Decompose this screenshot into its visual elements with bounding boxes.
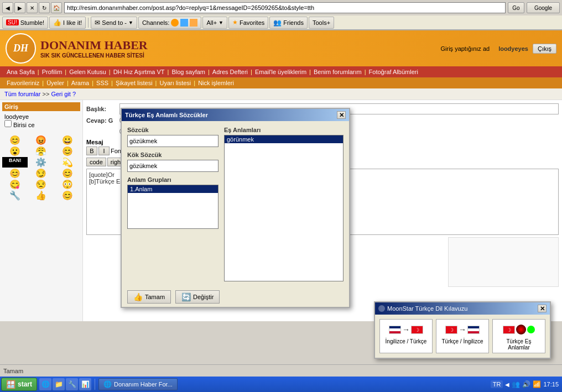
quicklaunch-ie[interactable]: 🌐 xyxy=(39,378,51,390)
es-anlam-listbox[interactable]: görünmek xyxy=(224,135,344,281)
site-login-area: Giriş yaptığınız ad loodyeyes Çıkış xyxy=(440,44,556,54)
tr-en-button[interactable]: ☽ → Türkçe / İngilizce xyxy=(436,319,489,353)
kok-sozcuk-input[interactable] xyxy=(127,160,218,172)
moonstar-body: → ☽ İngilizce / Türkçe ☽ → Türkçe / İngi… xyxy=(375,315,550,358)
favorites-button[interactable]: ★ Favorites xyxy=(228,17,268,29)
sidebar-section-giris: Giriş loodyeye Birisi ce xyxy=(2,102,80,130)
nav2-fav[interactable]: Favorileriniz xyxy=(4,79,41,87)
start-button[interactable]: 🪟 start xyxy=(1,378,37,391)
site-logo: DH DONANIM HABER SIK SIK GÜNCELLENEN HAB… xyxy=(6,33,148,64)
nav-blog[interactable]: Blog sayfam xyxy=(169,67,207,76)
logo-title: DONANIM HABER xyxy=(40,38,148,53)
right-preview-box xyxy=(448,237,559,287)
sendto-button[interactable]: ✉ Send to - ▼ xyxy=(91,17,137,29)
sidebar-giris-title: Giriş xyxy=(2,102,80,111)
logo-icon: DH xyxy=(6,33,36,64)
address-bar[interactable] xyxy=(64,2,506,13)
taskbar-icon-group: 👥 xyxy=(512,380,520,388)
taskbar-icon-volume: 📶 xyxy=(533,380,541,388)
nav-forumlar[interactable]: Benim forumlarım xyxy=(311,67,364,76)
dialog-cancel-button[interactable]: 🔄 Değiştir xyxy=(175,290,220,304)
smiley-9[interactable]: 😊 xyxy=(2,168,28,179)
nav2-nick[interactable]: Nick işlemleri xyxy=(196,79,236,87)
smiley-13[interactable]: 😒 xyxy=(28,179,54,190)
stop-button[interactable]: ✕ xyxy=(27,2,38,13)
login-text: Giriş yaptığınız ad xyxy=(440,45,490,52)
stumble-button[interactable]: SU! Stumble! xyxy=(2,17,48,29)
quicklaunch-3[interactable]: 🔧 xyxy=(66,378,78,390)
quicklaunch-4[interactable]: 📊 xyxy=(79,378,91,390)
channels-button[interactable]: Channels: xyxy=(138,17,202,29)
toolbar-separator-1 xyxy=(88,18,89,28)
smiley-5[interactable]: 😤 xyxy=(28,146,54,156)
tr-en-icon: ☽ → xyxy=(454,322,471,337)
cevap-label: Cevap: G xyxy=(86,117,119,124)
friends-button[interactable]: 👥 Friends xyxy=(269,17,308,29)
format-bold-button[interactable]: B xyxy=(86,147,97,155)
logo-text-block: DONANIM HABER SIK SIK GÜNCELLENEN HABER … xyxy=(40,38,148,59)
secondary-nav: Favorileriniz | Üyeler | Arama | SSS | Ş… xyxy=(0,77,562,88)
all-button[interactable]: All+ ▼ xyxy=(202,17,227,29)
home-button[interactable]: 🏠 xyxy=(51,2,62,13)
taskbar-icon-back: ◀ xyxy=(505,381,509,388)
nav-foto[interactable]: Fotoğraf Albümleri xyxy=(367,67,420,76)
nav2-sss[interactable]: SSS xyxy=(94,79,111,87)
go-button[interactable]: Go xyxy=(508,2,524,13)
site-header: DH DONANIM HABER SIK SIK GÜNCELLENEN HAB… xyxy=(0,30,562,66)
taskbar: 🪟 start 🌐 📁 🔧 📊 🌐 Donanım Haber For... T… xyxy=(0,377,562,392)
tools-button[interactable]: Tools+ xyxy=(309,17,334,29)
anlam-gruplari-listbox[interactable]: 1.Anlam xyxy=(127,185,218,229)
nav-profilim[interactable]: Profilim xyxy=(40,67,65,76)
smiley-11[interactable]: 😊 xyxy=(55,168,80,179)
nav-email[interactable]: Email'le üyeliklerim xyxy=(253,67,309,76)
moonstar-close-button[interactable]: ✕ xyxy=(538,305,547,312)
smiley-15[interactable]: 🔧 xyxy=(2,190,28,201)
breadcrumb-forums[interactable]: Tüm forumlar xyxy=(4,91,40,97)
forward-button[interactable]: ▶ xyxy=(14,2,25,13)
format-italic-button[interactable]: I xyxy=(98,147,110,155)
quicklaunch-explorer[interactable]: 📁 xyxy=(53,378,65,390)
nav-gelen[interactable]: Gelen Kutusu xyxy=(67,67,108,76)
checkbox-birisi[interactable] xyxy=(4,120,12,127)
logo-initials: DH xyxy=(13,43,28,54)
nav2-uyeler[interactable]: Üyeler xyxy=(44,79,66,87)
en-tr-button[interactable]: → ☽ İngilizce / Türkçe xyxy=(379,319,433,353)
tr-synonym-button[interactable]: ☽ Türkçe Eş Anlamlar xyxy=(492,319,545,353)
smiley-2[interactable]: 😡 xyxy=(28,135,54,145)
smiley-6[interactable]: 😊 xyxy=(55,146,80,156)
search-button[interactable]: Google xyxy=(527,2,560,13)
nav-adres[interactable]: Adres Defteri xyxy=(210,67,250,76)
smiley-14[interactable]: 😳 xyxy=(55,179,80,190)
smiley-8[interactable]: 💫 xyxy=(55,157,80,168)
nav-anasayfa[interactable]: Ana Sayfa xyxy=(4,67,37,76)
smiley-7[interactable]: ⚙️ xyxy=(28,157,54,168)
smiley-17[interactable]: 😊 xyxy=(55,190,80,201)
smiley-3[interactable]: 😀 xyxy=(55,135,80,145)
browser-toolbar: SU! Stumble! 👍 I like it! ✉ Send to - ▼ … xyxy=(0,15,562,30)
nav2-sikayet[interactable]: Şikayet listesi xyxy=(113,79,155,87)
dialog-left-col: Sözcük Kök Sözcük Anlam Grupları 1.Anlam xyxy=(127,127,218,281)
smiley-10[interactable]: 😏 xyxy=(28,168,54,179)
breadcrumb-back[interactable]: Geri git ? xyxy=(51,91,76,97)
es-anlam-item-1[interactable]: görünmek xyxy=(225,135,343,143)
logout-button[interactable]: Çıkış xyxy=(533,44,556,54)
nav2-arama[interactable]: Arama xyxy=(69,79,91,87)
smiley-12[interactable]: 😋 xyxy=(2,179,28,190)
anlam-item-1[interactable]: 1.Anlam xyxy=(128,185,218,193)
dialog-ok-button[interactable]: 👍 Tamam xyxy=(127,290,171,304)
status-text: Tamam xyxy=(3,368,23,374)
dialog-title: Türkçe Eş Anlamlı Sözcükler xyxy=(125,112,208,118)
smiley-ban[interactable]: BAN! xyxy=(2,157,28,168)
smiley-4[interactable]: 😮 xyxy=(2,146,28,156)
sozcuk-input[interactable] xyxy=(127,135,218,147)
nav2-uyari[interactable]: Uyarı listesi xyxy=(157,79,193,87)
back-button[interactable]: ◀ xyxy=(2,2,13,13)
code-button[interactable]: code xyxy=(86,158,106,166)
dialog-close-button[interactable]: ✕ xyxy=(337,111,346,119)
smiley-1[interactable]: 😊 xyxy=(2,135,28,145)
nav-dh-hiz[interactable]: DH Hız Aşırtma VT xyxy=(111,67,167,76)
smiley-16[interactable]: 👍 xyxy=(28,190,54,201)
refresh-button[interactable]: ↻ xyxy=(39,2,50,13)
ilike-button[interactable]: 👍 I like it! xyxy=(49,17,86,29)
taskbar-item-1[interactable]: 🌐 Donanım Haber For... xyxy=(98,378,178,390)
